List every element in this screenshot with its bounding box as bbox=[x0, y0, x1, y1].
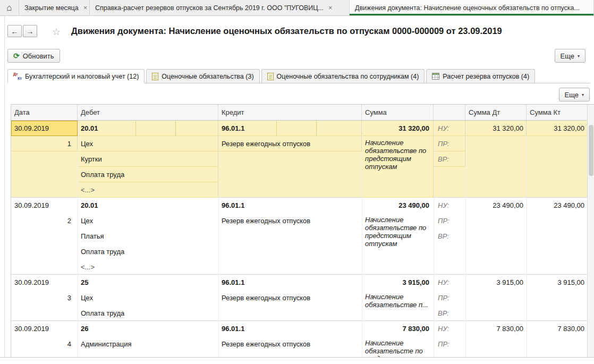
cell-debit-subconto[interactable]: Цех bbox=[78, 213, 218, 228]
back-button[interactable]: ← bbox=[7, 25, 22, 37]
back-arrow-icon: ← bbox=[11, 27, 19, 36]
dtkt-icon: ДтКт bbox=[13, 72, 22, 80]
cell-credit-subconto[interactable]: Резерв ежегодных отпусков bbox=[218, 290, 362, 306]
cell-credit-subconto[interactable]: Резерв ежегодных отпусков bbox=[218, 136, 362, 151]
favorite-star-icon[interactable]: ☆ bbox=[52, 26, 61, 38]
home-icon: ⌂ bbox=[6, 3, 12, 13]
column-header-sum-dt[interactable]: Сумма Дт bbox=[465, 105, 527, 120]
cell-debit-subconto[interactable]: Платья bbox=[78, 228, 218, 244]
cell-pr-label[interactable]: ПР: bbox=[434, 136, 465, 151]
home-tab[interactable]: ⌂ bbox=[0, 0, 19, 15]
scrollbar-thumb[interactable] bbox=[589, 125, 593, 176]
vertical-scrollbar[interactable] bbox=[587, 105, 594, 358]
cell-sum-dt[interactable]: 31 320,00 bbox=[465, 121, 527, 136]
column-header-tax[interactable] bbox=[434, 105, 465, 120]
cell-sum[interactable]: 23 490,00 bbox=[362, 198, 434, 213]
cell-row-number[interactable]: 3 bbox=[11, 290, 78, 306]
column-header-date[interactable]: Дата bbox=[11, 105, 78, 120]
close-icon[interactable]: × bbox=[83, 4, 88, 12]
cell-row-number[interactable]: 2 bbox=[11, 213, 78, 228]
cell-pr-label[interactable]: ПР: bbox=[434, 336, 465, 352]
cell-row-number[interactable]: 1 bbox=[11, 136, 78, 151]
cell-debit-subconto[interactable]: Оплата труда bbox=[78, 167, 218, 182]
close-icon[interactable]: × bbox=[328, 4, 333, 12]
table-row[interactable]: 30.09.2019 4 26 Администрация 96.01.1 Ре… bbox=[11, 321, 588, 358]
forward-arrow-icon: → bbox=[27, 27, 34, 36]
column-header-sum-kt[interactable]: Сумма Кт bbox=[527, 105, 588, 120]
table-row[interactable]: 30.09.2019 2 20.01 Цех Платья Оплата тру… bbox=[11, 198, 588, 275]
cell-debit-subconto[interactable]: <...> bbox=[78, 182, 218, 198]
column-header-credit[interactable]: Кредит bbox=[218, 105, 362, 120]
cell-vr-label[interactable]: ВР: bbox=[434, 151, 465, 167]
cell-nu-label[interactable]: НУ: bbox=[434, 198, 465, 213]
cell-row-number[interactable]: 4 bbox=[11, 336, 78, 352]
column-header-debit[interactable]: Дебет bbox=[78, 105, 218, 120]
cell-description[interactable]: Начисление обязательстве п... bbox=[362, 290, 434, 321]
cell-debit-account[interactable]: 20.01 bbox=[78, 121, 218, 136]
cell-date[interactable]: 30.09.2019 bbox=[11, 198, 78, 213]
cell-debit-subconto[interactable]: <...> bbox=[78, 259, 218, 275]
cell-sum-dt[interactable]: 7 830,00 bbox=[465, 321, 527, 336]
toolbar: ⟳ Обновить Еще ▾ bbox=[0, 48, 594, 64]
cell-date[interactable]: 30.09.2019 bbox=[11, 321, 78, 336]
credit-empty-subcell bbox=[277, 121, 317, 136]
cell-debit-subconto[interactable]: Цех bbox=[78, 136, 218, 151]
cell-sum[interactable]: 7 830,00 bbox=[362, 321, 434, 336]
cell-credit-account[interactable]: 96.01.1 bbox=[218, 121, 362, 136]
cell-credit-account[interactable]: 96.01.1 bbox=[218, 198, 362, 213]
cell-credit-account[interactable]: 96.01.1 bbox=[218, 275, 362, 290]
tab-vacation-reserve-calc[interactable]: Расчет резерва отпусков (4) bbox=[426, 69, 535, 83]
cell-debit-account[interactable]: 20.01 bbox=[78, 198, 218, 213]
cell-nu-label[interactable]: НУ: bbox=[434, 121, 465, 136]
cell-credit-account[interactable]: 96.01.1 bbox=[218, 321, 362, 336]
cell-debit-subconto[interactable]: Куртки bbox=[78, 151, 218, 167]
window-tab-month-closing[interactable]: Закрытие месяца × bbox=[19, 0, 90, 15]
cell-sum-dt[interactable]: 3 915,00 bbox=[465, 275, 527, 290]
cell-description[interactable]: Начисление обязательсте по предстоящим о… bbox=[362, 336, 434, 358]
view-tab-strip: ДтКт Бухгалтерский и налоговый учет (12)… bbox=[7, 70, 590, 83]
cell-debit-account[interactable]: 26 bbox=[78, 321, 218, 336]
more-label: Еще bbox=[561, 52, 574, 60]
cell-sum-kt[interactable]: 31 320,00 bbox=[527, 121, 588, 136]
document-list-icon bbox=[152, 73, 158, 80]
cell-vr-label[interactable]: ВР: bbox=[434, 306, 465, 321]
cell-sum[interactable]: 31 320,00 bbox=[362, 121, 434, 136]
cell-debit-account[interactable]: 25 bbox=[78, 275, 218, 290]
cell-sum[interactable]: 3 915,00 bbox=[362, 275, 434, 290]
cell-pr-label[interactable]: ПР: bbox=[434, 213, 465, 228]
credit-account: 96.01.1 bbox=[218, 121, 277, 136]
tab-label: Оценочные обязательства (3) bbox=[162, 73, 253, 80]
cell-credit-subconto[interactable]: Резерв ежегодных отпусков bbox=[218, 213, 362, 228]
more-button-top[interactable]: Еще ▾ bbox=[555, 49, 585, 63]
cell-vr-label[interactable]: ВР: bbox=[434, 228, 465, 244]
more-button-table[interactable]: Еще ▾ bbox=[559, 88, 590, 101]
cell-debit-subconto[interactable]: Оплата труда bbox=[78, 306, 218, 321]
cell-nu-label[interactable]: НУ: bbox=[434, 275, 465, 290]
table-row[interactable]: 30.09.2019 3 25 Цех Оплата труда 96.01.1… bbox=[11, 275, 588, 321]
tab-liabilities-by-employees[interactable]: Оценочные обязательства по сотрудникам (… bbox=[261, 69, 425, 83]
window-tab-document-movements[interactable]: Движения документа: Начисление оценочных… bbox=[350, 0, 594, 15]
cell-sum-kt[interactable]: 7 830,00 bbox=[527, 321, 588, 336]
cell-description[interactable]: Начисление обязательстве по предстоящим … bbox=[362, 136, 434, 198]
cell-sum-dt[interactable]: 23 490,00 bbox=[465, 198, 527, 213]
refresh-button[interactable]: ⟳ Обновить bbox=[7, 49, 60, 63]
cell-pr-label[interactable]: ПР: bbox=[434, 290, 465, 306]
table-row[interactable]: 30.09.2019 1 20.01 Цех Куртки Оплата тру… bbox=[11, 121, 588, 198]
column-header-sum[interactable]: Сумма bbox=[362, 105, 434, 120]
cell-date[interactable]: 30.09.2019 bbox=[11, 121, 78, 136]
cell-credit-subconto[interactable]: Резерв ежегодных отпусков bbox=[218, 336, 362, 352]
cell-debit-subconto[interactable]: Оплата труда bbox=[78, 244, 218, 259]
forward-button[interactable]: → bbox=[23, 25, 37, 37]
tab-accounting[interactable]: ДтКт Бухгалтерский и налоговый учет (12) bbox=[7, 69, 145, 83]
window-tab-label: Справка-расчет резервов отпусков за Сент… bbox=[95, 4, 324, 12]
cell-debit-subconto[interactable]: Цех bbox=[78, 290, 218, 306]
cell-description[interactable]: Начисление обязательстве по предстоящим … bbox=[362, 213, 434, 275]
cell-sum-kt[interactable]: 23 490,00 bbox=[527, 198, 588, 213]
cell-date[interactable]: 30.09.2019 bbox=[11, 275, 78, 290]
window-tab-reserve-report[interactable]: Справка-расчет резервов отпусков за Сент… bbox=[90, 0, 350, 15]
tab-estimated-liabilities[interactable]: Оценочные обязательства (3) bbox=[146, 69, 259, 83]
cell-sum-kt[interactable]: 3 915,00 bbox=[527, 275, 588, 290]
cell-nu-label[interactable]: НУ: bbox=[434, 321, 465, 336]
cell-debit-subconto[interactable]: Администрация bbox=[78, 336, 218, 352]
tab-label: Бухгалтерский и налоговый учет (12) bbox=[25, 73, 139, 80]
